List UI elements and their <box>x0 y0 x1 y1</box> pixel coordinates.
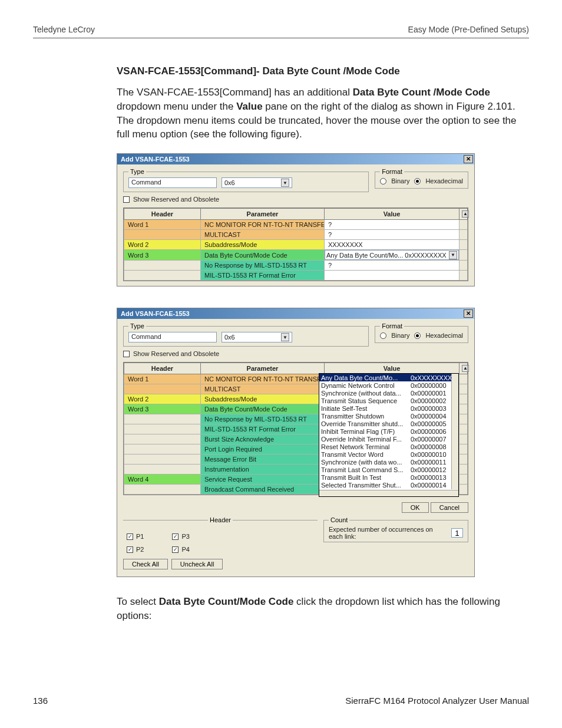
dropdown-option[interactable]: Any Data Byte Count/Mo...0xXXXXXXXX <box>319 374 458 381</box>
dropdown-option[interactable]: Reset Network Terminal0x00000008 <box>319 443 458 450</box>
value-cell[interactable]: Any Data Byte Count/Mo... 0xXXXXXXXX▼Any… <box>325 250 459 261</box>
header-cell <box>124 444 201 454</box>
header-cell: Word 1 <box>124 220 201 230</box>
dropdown-option[interactable]: Selected Transmitter Shut...0x00000014 <box>319 481 458 489</box>
param-cell: Subaddress/Mode <box>201 240 325 250</box>
dropdown-option[interactable]: Synchronize (with data wo...0x00000011 <box>319 458 458 466</box>
close-icon[interactable]: ✕ <box>464 309 473 318</box>
dropdown-option[interactable]: Transmitter Shutdown0x00000004 <box>319 412 458 420</box>
header-cell: Word 1 <box>124 374 201 384</box>
type-select[interactable]: Command <box>128 332 217 342</box>
param-cell: NC MONITOR FOR NT-TO-NT TRANSFERS <box>201 220 325 230</box>
dropdown-list[interactable]: Any Data Byte Count/Mo...0xXXXXXXXXDynam… <box>319 373 459 497</box>
value-cell[interactable]: ? <box>325 230 459 240</box>
header-cell <box>124 465 201 475</box>
dropdown-option[interactable]: Override Inhibit Terminal F...0x00000007 <box>319 435 458 443</box>
param-cell: Broadcast Command Received <box>201 485 325 495</box>
header-cell <box>124 424 201 434</box>
scrollbar-h[interactable] <box>319 490 458 496</box>
header-fieldset: Header <box>123 516 318 527</box>
dropdown-option[interactable]: Synchronize (without data...0x00000001 <box>319 389 458 397</box>
type-hex-select[interactable]: 0x6 ▼ <box>222 177 292 188</box>
value-cell[interactable]: ? <box>325 220 459 230</box>
ok-button[interactable]: OK <box>402 502 429 513</box>
scroll-up-icon[interactable]: ▲ <box>462 365 469 372</box>
format-fieldset: Format Binary Hexadecimal <box>375 168 468 189</box>
p4-checkbox[interactable] <box>172 546 178 553</box>
col-header[interactable]: Header <box>124 209 201 220</box>
chevron-down-icon[interactable]: ▼ <box>281 333 289 341</box>
p3-checkbox[interactable] <box>172 533 178 540</box>
cancel-button[interactable]: Cancel <box>431 502 468 513</box>
show-reserved-checkbox[interactable] <box>123 196 130 203</box>
header-cell: Word 3 <box>124 404 201 414</box>
scrollbar[interactable] <box>451 374 458 489</box>
p2-checkbox[interactable] <box>127 546 133 553</box>
dialog-1: Add VSAN-FCAE-1553 ✕ Type Command 0x6 ▼ <box>117 153 475 286</box>
dropdown-option[interactable]: Transmit Last Command S...0x00000012 <box>319 466 458 473</box>
count-input[interactable] <box>451 528 463 538</box>
uncheck-all-button[interactable]: Uncheck All <box>171 559 223 569</box>
grid-2: Header Parameter Value ▲ Word 1NC MONITO… <box>123 362 468 495</box>
param-cell: No Response by MIL-STD-1553 RT <box>201 414 325 424</box>
header-cell <box>124 414 201 424</box>
paragraph-2: To select Data Byte Count/Mode Code clic… <box>117 595 529 623</box>
dropdown-option[interactable]: Transmit Vector Word0x00000010 <box>319 450 458 458</box>
close-icon[interactable]: ✕ <box>464 155 473 163</box>
type-fieldset: Type Command 0x6 ▼ <box>123 168 369 192</box>
grid-1: Header Parameter Value ▲ Word 1NC MONITO… <box>123 207 468 281</box>
header-cell <box>124 230 201 240</box>
header-cell: Word 2 <box>124 240 201 250</box>
count-fieldset: Count Expected number of occurrences on … <box>323 516 468 542</box>
doc-company: Teledyne LeCroy <box>33 25 95 34</box>
param-cell: MULTICAST <box>201 384 325 394</box>
dialog-title: Add VSAN-FCAE-1553 <box>121 310 190 317</box>
header-cell: Word 3 <box>124 250 201 261</box>
check-all-button[interactable]: Check All <box>123 559 168 569</box>
show-reserved-checkbox[interactable] <box>123 351 130 357</box>
radio-binary[interactable] <box>380 332 386 339</box>
dropdown-option[interactable]: Initiate Self-Test0x00000003 <box>319 404 458 412</box>
param-cell: Port Login Required <box>201 444 325 454</box>
dropdown-option[interactable]: Dynamic Network Control0x00000000 <box>319 381 458 389</box>
param-cell: Burst Size Acknowledge <box>201 434 325 444</box>
col-parameter[interactable]: Parameter <box>201 209 325 220</box>
col-value[interactable]: Value <box>325 363 459 374</box>
radio-hex[interactable] <box>414 178 421 185</box>
type-select[interactable]: Command <box>128 177 217 188</box>
dropdown-option[interactable]: Override Transmitter shutd...0x00000005 <box>319 420 458 427</box>
param-cell: Instrumentation <box>201 465 325 475</box>
param-cell: Message Error Bit <box>201 454 325 465</box>
value-cell[interactable] <box>325 271 459 281</box>
col-parameter[interactable]: Parameter <box>201 363 325 374</box>
dropdown-option[interactable]: Transmit Status Sequence0x00000002 <box>319 397 458 404</box>
type-hex-select[interactable]: 0x6 ▼ <box>222 332 292 342</box>
value-cell[interactable]: ? <box>325 261 459 271</box>
header-cell <box>124 271 201 281</box>
p1-checkbox[interactable] <box>127 533 133 540</box>
scroll-up-icon[interactable]: ▲ <box>462 210 469 218</box>
radio-binary[interactable] <box>380 178 386 185</box>
col-value[interactable]: Value <box>325 209 459 220</box>
param-cell: No Response by MIL-STD-1553 RT <box>201 261 325 271</box>
header-cell <box>124 485 201 495</box>
radio-hex[interactable] <box>414 332 421 339</box>
dropdown-option[interactable]: Inhibit Terminal Flag (T/F)0x00000006 <box>319 427 458 435</box>
section-heading: VSAN-FCAE-1553[Command]- Data Byte Count… <box>117 65 529 77</box>
value-cell[interactable]: XXXXXXXX <box>325 240 459 250</box>
header-cell <box>124 454 201 465</box>
chevron-down-icon[interactable]: ▼ <box>281 179 289 187</box>
format-fieldset: Format Binary Hexadecimal <box>375 322 468 343</box>
param-cell: Service Request <box>201 475 325 485</box>
dropdown-option[interactable]: Transmit Built In Test0x00000013 <box>319 473 458 481</box>
col-header[interactable]: Header <box>124 363 201 374</box>
header-cell: Word 2 <box>124 394 201 404</box>
header-cell <box>124 384 201 394</box>
header-cell <box>124 261 201 271</box>
header-cell <box>124 434 201 444</box>
chevron-down-icon[interactable]: ▼ <box>449 251 457 259</box>
param-cell: MIL-STD-1553 RT Format Error <box>201 271 325 281</box>
param-cell: MULTICAST <box>201 230 325 240</box>
dialog-titlebar: Add VSAN-FCAE-1553 ✕ <box>117 154 474 164</box>
count-label: Expected number of occurrences on each l… <box>329 526 448 540</box>
